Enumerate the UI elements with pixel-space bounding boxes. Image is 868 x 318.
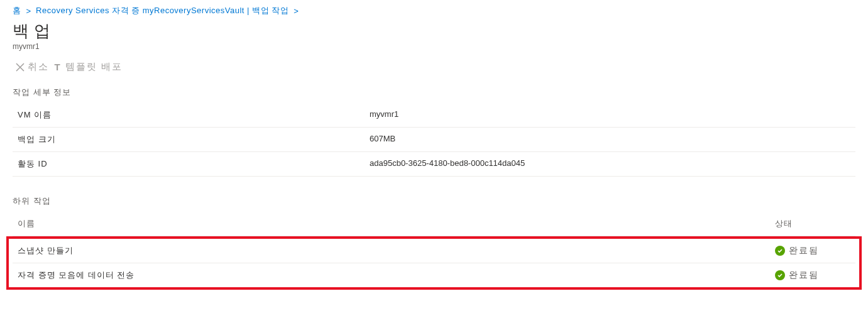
subtask-row: 자격 증명 모음에 데이터 전송 완료됨 — [13, 263, 855, 287]
subtask-status: 완료됨 — [775, 245, 850, 256]
close-icon — [15, 62, 25, 72]
detail-row-activity-id: 활동 ID ada95cb0-3625-4180-bed8-000c114da0… — [13, 152, 855, 177]
detail-label: 활동 ID — [18, 158, 370, 170]
page-subtitle: myvmr1 — [0, 42, 868, 56]
breadcrumb-home[interactable]: 홈 — [13, 5, 21, 16]
breadcrumb-separator: > — [294, 6, 299, 16]
template-label: 템플릿 배포 — [65, 61, 123, 73]
detail-label: 백업 크기 — [18, 134, 370, 145]
status-text: 완료됨 — [789, 245, 819, 256]
subtask-status: 완료됨 — [775, 270, 850, 281]
template-icon: T — [53, 62, 63, 72]
breadcrumb-separator: > — [26, 6, 31, 16]
success-icon — [775, 270, 785, 280]
detail-row-vm-name: VM 이름 myvmr1 — [13, 103, 855, 128]
breadcrumb-vault-backup-jobs[interactable]: myRecoveryServicesVault | 백업 작업 — [143, 5, 288, 16]
subtask-name: 자격 증명 모음에 데이터 전송 — [18, 270, 775, 281]
subtask-header-status: 상태 — [775, 218, 850, 229]
subtask-header-name: 이름 — [18, 218, 775, 229]
cancel-label: 취소 — [28, 61, 49, 73]
status-text: 완료됨 — [789, 270, 819, 281]
page-title: 백업 — [0, 19, 868, 42]
details-section-header: 작업 세부 정보 — [0, 80, 868, 103]
detail-value: ada95cb0-3625-4180-bed8-000c114da045 — [370, 158, 850, 170]
subtask-name: 스냅샷 만들기 — [18, 245, 775, 256]
subtasks-section-header: 하위 작업 — [0, 189, 868, 212]
breadcrumb-recovery-services[interactable]: Recovery Services 자격 증 — [36, 5, 140, 16]
detail-label: VM 이름 — [18, 109, 370, 121]
detail-value: 607MB — [370, 134, 850, 145]
cancel-button[interactable]: 취소 — [15, 61, 49, 73]
template-deploy-button[interactable]: T 템플릿 배포 — [53, 61, 123, 73]
success-icon — [775, 246, 785, 256]
detail-row-backup-size: 백업 크기 607MB — [13, 128, 855, 152]
subtask-table: 이름 상태 — [13, 212, 855, 236]
subtask-row: 스냅샷 만들기 완료됨 — [13, 239, 855, 263]
toolbar: 취소 T 템플릿 배포 — [0, 56, 868, 80]
subtask-highlight-box: 스냅샷 만들기 완료됨 자격 증명 모음에 데이터 전송 완료됨 — [6, 236, 862, 290]
subtask-header-row: 이름 상태 — [13, 212, 855, 236]
detail-value: myvmr1 — [370, 109, 850, 121]
breadcrumb: 홈 > Recovery Services 자격 증 myRecoverySer… — [0, 0, 868, 19]
